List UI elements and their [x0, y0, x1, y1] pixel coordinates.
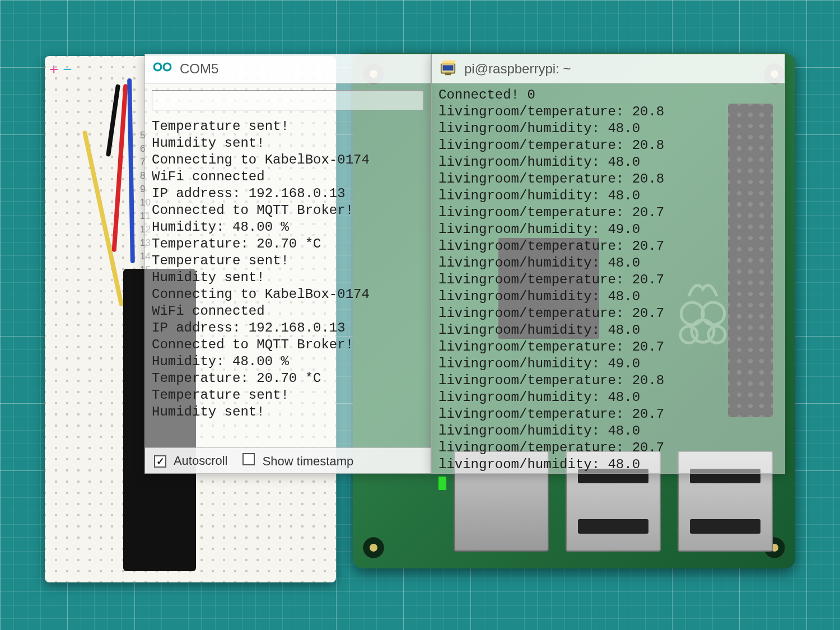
terminal-line: Connected! 0 [438, 87, 778, 104]
terminal-line: livingroom/temperature: 20.8 [438, 104, 778, 120]
breadboard-rail-marks: + − [49, 60, 72, 78]
terminal-line: livingroom/temperature: 20.7 [438, 440, 778, 456]
svg-rect-11 [443, 65, 454, 70]
svg-rect-12 [445, 73, 451, 75]
terminal-line: livingroom/temperature: 20.8 [438, 372, 778, 389]
serial-line: Temperature sent! [152, 118, 424, 135]
serial-send-input[interactable] [152, 90, 424, 110]
serial-line: Humidity: 48.00 % [152, 219, 424, 236]
arduino-logo-icon [153, 59, 172, 78]
terminal-line: livingroom/humidity: 48.0 [438, 456, 778, 473]
show-timestamp-checkbox[interactable]: Show timestamp [242, 453, 354, 469]
putty-terminal-window: pi@raspberrypi: ~ Connected! 0livingroom… [431, 54, 785, 474]
terminal-line: livingroom/temperature: 20.7 [438, 238, 778, 255]
terminal-line: livingroom/humidity: 48.0 [438, 322, 778, 339]
serial-line: IP address: 192.168.0.13 [152, 320, 424, 337]
serial-line: Humidity sent! [152, 404, 424, 421]
serial-line: Humidity sent! [152, 269, 424, 286]
terminal-cursor-icon [438, 477, 446, 490]
checkbox-icon [154, 455, 166, 468]
terminal-line: livingroom/humidity: 48.0 [438, 389, 778, 406]
terminal-output[interactable]: Connected! 0livingroom/temperature: 20.8… [432, 83, 785, 494]
terminal-line: livingroom/humidity: 48.0 [438, 288, 778, 305]
terminal-line: livingroom/humidity: 48.0 [438, 120, 778, 137]
terminal-line: livingroom/humidity: 49.0 [438, 221, 778, 238]
serial-line: Humidity: 48.00 % [152, 353, 424, 370]
terminal-line: livingroom/temperature: 20.8 [438, 171, 778, 188]
terminal-line: livingroom/temperature: 20.7 [438, 204, 778, 221]
putty-titlebar[interactable]: pi@raspberrypi: ~ [432, 54, 785, 83]
arduino-serial-monitor-window: COM5 Temperature sent!Humidity sent!Conn… [144, 54, 431, 474]
serial-line: Connecting to KabelBox-0174 [152, 286, 424, 303]
terminal-line: livingroom/humidity: 48.0 [438, 154, 778, 171]
serial-line: Humidity sent! [152, 135, 424, 152]
terminal-line: livingroom/humidity: 49.0 [438, 356, 778, 372]
show-timestamp-label: Show timestamp [263, 454, 354, 468]
putty-window-title: pi@raspberrypi: ~ [464, 61, 571, 77]
terminal-line: livingroom/temperature: 20.8 [438, 137, 778, 154]
serial-line: Connected to MQTT Broker! [152, 337, 424, 353]
serial-footer: Autoscroll Show timestamp [145, 447, 431, 473]
serial-line: WiFi connected [152, 303, 424, 320]
autoscroll-checkbox[interactable]: Autoscroll [154, 454, 228, 468]
terminal-line: livingroom/humidity: 48.0 [438, 188, 778, 204]
serial-line: Temperature: 20.70 *C [152, 236, 424, 253]
arduino-titlebar[interactable]: COM5 [145, 54, 431, 83]
terminal-line: livingroom/humidity: 48.0 [438, 255, 778, 272]
serial-line: WiFi connected [152, 169, 424, 185]
terminal-line: livingroom/temperature: 20.7 [438, 406, 778, 423]
serial-line: Temperature sent! [152, 253, 424, 269]
serial-output[interactable]: Temperature sent!Humidity sent!Connectin… [145, 115, 431, 425]
terminal-line: livingroom/temperature: 20.7 [438, 305, 778, 322]
terminal-line: livingroom/humidity: 48.0 [438, 423, 778, 440]
terminal-line: livingroom/temperature: 20.7 [438, 339, 778, 356]
serial-line: IP address: 192.168.0.13 [152, 185, 424, 202]
serial-line: Temperature: 20.70 *C [152, 370, 424, 387]
checkbox-icon [242, 453, 255, 465]
serial-line: Temperature sent! [152, 387, 424, 404]
serial-line: Connected to MQTT Broker! [152, 202, 424, 219]
terminal-line: livingroom/temperature: 20.7 [438, 272, 778, 288]
autoscroll-label: Autoscroll [174, 454, 228, 468]
serial-line: Connecting to KabelBox-0174 [152, 152, 424, 169]
putty-logo-icon [440, 60, 456, 77]
arduino-window-title: COM5 [180, 61, 218, 77]
